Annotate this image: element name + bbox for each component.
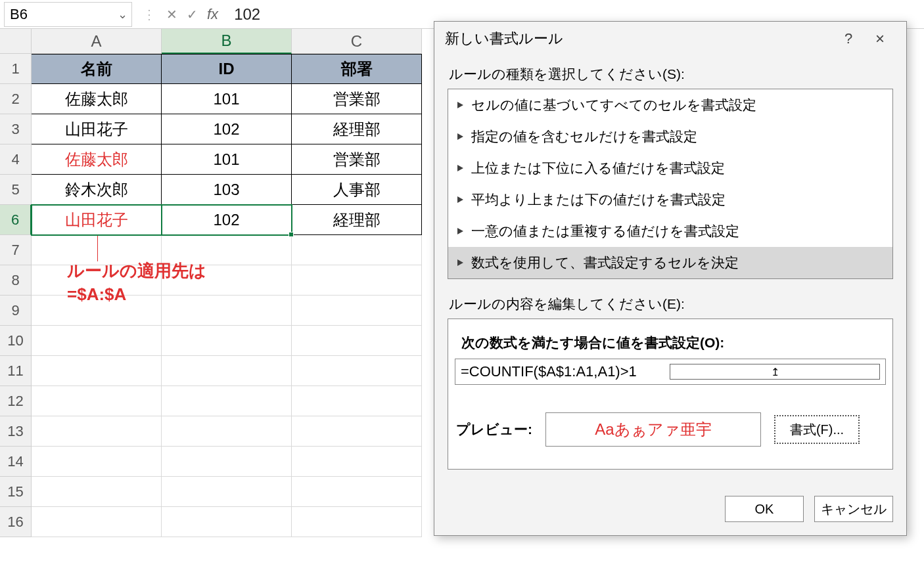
cell-c15[interactable] bbox=[292, 477, 422, 507]
formula-input-field[interactable]: =COUNTIF($A$1:A1,A1)>1 ↥ bbox=[455, 359, 886, 385]
cell-c10[interactable] bbox=[292, 326, 422, 356]
enter-icon[interactable]: ✓ bbox=[187, 7, 198, 22]
cell-a14[interactable] bbox=[32, 447, 162, 477]
select-all-corner[interactable] bbox=[0, 29, 32, 54]
chevron-down-icon[interactable]: ⌄ bbox=[118, 7, 127, 22]
rule-type-label: 数式を使用して、書式設定するセルを決定 bbox=[471, 253, 739, 272]
formula-field-value: =COUNTIF($A$1:A1,A1)>1 bbox=[461, 363, 670, 380]
cell-b15[interactable] bbox=[162, 477, 292, 507]
row-header-12[interactable]: 12 bbox=[0, 386, 32, 416]
triangle-right-icon bbox=[457, 228, 463, 234]
close-icon[interactable]: × bbox=[864, 30, 896, 48]
row-header-8[interactable]: 8 bbox=[0, 265, 32, 296]
cell-c3[interactable]: 経理部 bbox=[292, 114, 422, 144]
row-header-14[interactable]: 14 bbox=[0, 447, 32, 477]
rule-type-item-2[interactable]: 上位または下位に入る値だけを書式設定 bbox=[448, 152, 892, 184]
row-header-5[interactable]: 5 bbox=[0, 175, 32, 205]
cell-a4[interactable]: 佐藤太郎 bbox=[32, 144, 162, 175]
ok-button[interactable]: OK bbox=[725, 496, 804, 522]
cell-c2[interactable]: 営業部 bbox=[292, 84, 422, 114]
cell-a6[interactable]: 山田花子 bbox=[32, 205, 162, 235]
rule-type-label: 上位または下位に入る値だけを書式設定 bbox=[471, 159, 725, 177]
row-header-6[interactable]: 6 bbox=[0, 205, 32, 235]
preview-sample-text: Aaあぁアァ亜宇 bbox=[595, 419, 711, 440]
rule-type-item-3[interactable]: 平均より上または下の値だけを書式設定 bbox=[448, 184, 892, 215]
cell-b2[interactable]: 101 bbox=[162, 84, 292, 114]
cell-b16[interactable] bbox=[162, 507, 292, 537]
cell-c4[interactable]: 営業部 bbox=[292, 144, 422, 175]
cell-a3[interactable]: 山田花子 bbox=[32, 114, 162, 144]
rule-type-item-0[interactable]: セルの値に基づいてすべてのセルを書式設定 bbox=[448, 89, 892, 121]
edit-rule-label: ルールの内容を編集してください(E): bbox=[448, 291, 893, 319]
cell-c8[interactable] bbox=[292, 265, 422, 296]
cancel-button[interactable]: キャンセル bbox=[814, 496, 893, 522]
cell-c13[interactable] bbox=[292, 416, 422, 447]
triangle-right-icon bbox=[457, 133, 463, 140]
row-header-10[interactable]: 10 bbox=[0, 326, 32, 356]
preview-sample-box: Aaあぁアァ亜宇 bbox=[545, 412, 761, 447]
help-icon[interactable]: ? bbox=[833, 30, 864, 47]
row-header-13[interactable]: 13 bbox=[0, 416, 32, 447]
column-header-c[interactable]: C bbox=[292, 29, 422, 54]
cell-a5[interactable]: 鈴木次郎 bbox=[32, 175, 162, 205]
cell-c11[interactable] bbox=[292, 356, 422, 386]
cell-a2[interactable]: 佐藤太郎 bbox=[32, 84, 162, 114]
separator-icon: ⋮ bbox=[141, 7, 157, 22]
cell-c14[interactable] bbox=[292, 447, 422, 477]
cell-b11[interactable] bbox=[162, 356, 292, 386]
fx-icon[interactable]: fx bbox=[207, 6, 218, 23]
dialog-titlebar[interactable]: 新しい書式ルール ? × bbox=[434, 22, 906, 56]
name-box[interactable]: B6 ⌄ bbox=[4, 2, 132, 27]
cell-a13[interactable] bbox=[32, 416, 162, 447]
cell-c9[interactable] bbox=[292, 296, 422, 326]
rule-type-label: 一意の値または重複する値だけを書式設定 bbox=[471, 222, 739, 240]
rule-type-item-5[interactable]: 数式を使用して、書式設定するセルを決定 bbox=[448, 247, 892, 278]
cell-b13[interactable] bbox=[162, 416, 292, 447]
row-header-15[interactable]: 15 bbox=[0, 477, 32, 507]
cell-c7[interactable] bbox=[292, 235, 422, 265]
cell-a15[interactable] bbox=[32, 477, 162, 507]
annotation-text: ルールの適用先は =$A:$A bbox=[67, 259, 206, 307]
row-header-1[interactable]: 1 bbox=[0, 54, 32, 84]
select-rule-type-label: ルールの種類を選択してください(S): bbox=[448, 61, 893, 89]
row-header-11[interactable]: 11 bbox=[0, 356, 32, 386]
cell-c16[interactable] bbox=[292, 507, 422, 537]
cell-c1[interactable]: 部署 bbox=[292, 54, 422, 84]
row-header-2[interactable]: 2 bbox=[0, 84, 32, 114]
cell-b4[interactable]: 101 bbox=[162, 144, 292, 175]
cell-a11[interactable] bbox=[32, 356, 162, 386]
rule-type-list[interactable]: セルの値に基づいてすべてのセルを書式設定指定の値を含むセルだけを書式設定上位また… bbox=[448, 89, 893, 279]
row-header-7[interactable]: 7 bbox=[0, 235, 32, 265]
column-header-a[interactable]: A bbox=[32, 29, 162, 54]
cell-b10[interactable] bbox=[162, 326, 292, 356]
cell-b14[interactable] bbox=[162, 447, 292, 477]
cell-a10[interactable] bbox=[32, 326, 162, 356]
rule-type-item-1[interactable]: 指定の値を含むセルだけを書式設定 bbox=[448, 121, 892, 152]
cell-c5[interactable]: 人事部 bbox=[292, 175, 422, 205]
cell-b3[interactable]: 102 bbox=[162, 114, 292, 144]
cell-c12[interactable] bbox=[292, 386, 422, 416]
column-header-b[interactable]: B bbox=[162, 29, 292, 54]
cell-a1[interactable]: 名前 bbox=[32, 54, 162, 84]
formula-condition-label: 次の数式を満たす場合に値を書式設定(O): bbox=[455, 326, 886, 359]
cell-a12[interactable] bbox=[32, 386, 162, 416]
range-selector-icon[interactable]: ↥ bbox=[670, 364, 880, 380]
cell-b6[interactable]: 102 bbox=[162, 205, 292, 235]
name-box-value: B6 bbox=[10, 6, 28, 23]
cell-b5[interactable]: 103 bbox=[162, 175, 292, 205]
row-header-3[interactable]: 3 bbox=[0, 114, 32, 144]
dialog-title: 新しい書式ルール bbox=[445, 29, 833, 49]
cell-b1[interactable]: ID bbox=[162, 54, 292, 84]
format-button[interactable]: 書式(F)... bbox=[774, 415, 860, 444]
cancel-icon[interactable]: ✕ bbox=[166, 7, 177, 22]
row-header-4[interactable]: 4 bbox=[0, 144, 32, 175]
selection-handle[interactable] bbox=[289, 232, 294, 237]
cell-b12[interactable] bbox=[162, 386, 292, 416]
row-header-16[interactable]: 16 bbox=[0, 507, 32, 537]
triangle-right-icon bbox=[457, 259, 463, 266]
triangle-right-icon bbox=[457, 165, 463, 171]
cell-c6[interactable]: 経理部 bbox=[292, 205, 422, 235]
cell-a16[interactable] bbox=[32, 507, 162, 537]
row-header-9[interactable]: 9 bbox=[0, 296, 32, 326]
rule-type-item-4[interactable]: 一意の値または重複する値だけを書式設定 bbox=[448, 215, 892, 247]
